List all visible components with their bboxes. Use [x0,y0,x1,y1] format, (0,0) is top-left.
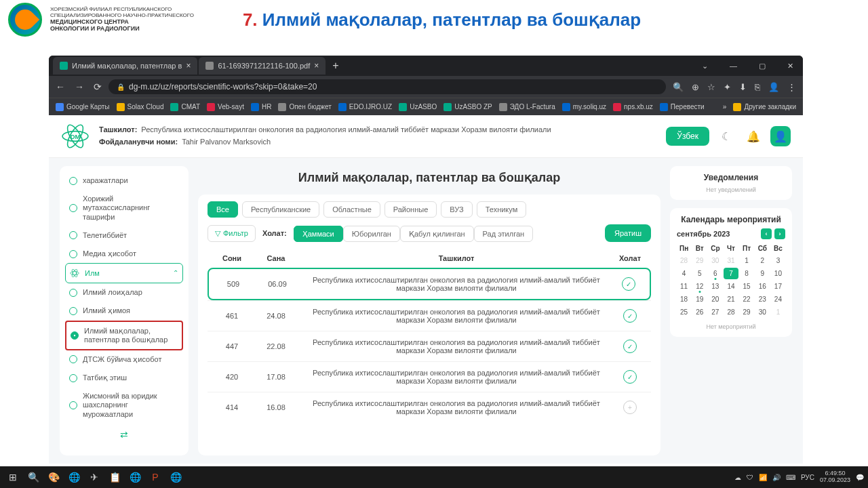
calendar-day[interactable]: 30 [755,306,770,318]
bookmark-item[interactable]: ЭДО L-Factura [499,103,555,111]
calendar-day[interactable]: 22 [740,293,754,305]
copy-icon[interactable]: ⎘ [755,82,760,92]
swap-icon[interactable]: ⇄ [65,429,183,440]
calendar-day[interactable]: 14 [724,281,738,292]
bookmark-item[interactable]: UzASBO [399,103,437,111]
scope-pill[interactable]: Техникум [477,201,527,218]
minimize-icon[interactable]: — [724,60,743,72]
calendar-day[interactable]: 15 [740,281,754,292]
sidebar-item[interactable]: Илмий ҳимоя [65,302,183,320]
star-icon[interactable]: ☆ [707,82,715,92]
bell-icon[interactable]: 🔔 [743,126,764,146]
plus-icon[interactable]: + [623,401,637,414]
prev-month-icon[interactable]: ‹ [761,228,772,239]
back-icon[interactable]: ← [56,81,65,92]
sidebar-item[interactable]: Илмий мақолалар, патентлар ва бошқалар [65,321,183,350]
chrome-icon[interactable]: 🌐 [65,468,83,486]
calendar-day[interactable]: 30 [708,255,722,266]
calendar-day[interactable]: 25 [677,306,691,318]
table-row[interactable]: 50906.09Республика ихтисослаштирилган он… [208,268,651,300]
scope-pill[interactable]: Областные [323,201,380,218]
status-pill[interactable]: Юборилган [343,226,400,242]
status-pill[interactable]: Қабул қилинган [400,226,474,242]
lang-indicator[interactable]: РУС [801,474,814,481]
scope-pill[interactable]: Республиканские [242,201,319,218]
download-icon[interactable]: ⬇ [739,82,747,92]
calendar-day[interactable]: 28 [677,255,691,266]
app-icon[interactable]: 🎨 [45,468,62,486]
sidebar-item[interactable]: Татбиқ этиш [65,369,183,387]
bookmark-item[interactable]: Veb-sayt [207,103,244,111]
calendar-day[interactable]: 8 [740,268,754,279]
calendar-day[interactable]: 28 [724,306,738,318]
tray-icon[interactable]: 🛡 [747,474,753,481]
calendar-day[interactable]: 31 [724,255,738,266]
chrome-icon[interactable]: 🌐 [167,468,184,486]
bookmark-item[interactable]: UzASBO ZP [443,103,492,111]
calendar-day[interactable]: 21 [724,293,738,305]
url-input[interactable]: 🔒 dg-m.uz/uz/reports/scientific-works?sk… [108,79,666,94]
calendar-day[interactable]: 5 [692,268,707,279]
close-icon[interactable]: ✕ [782,60,799,72]
bookmark-other[interactable]: Другие закладки [733,103,796,111]
calendar-day[interactable]: 13 [708,281,722,292]
check-icon[interactable]: ✓ [622,277,635,291]
notification-icon[interactable]: 💬 [856,474,864,481]
calendar-day[interactable]: 24 [771,293,785,305]
sidebar-item[interactable]: Жисмоний ва юридик шахсларнинг мурожаатл… [65,387,183,424]
tray-icon[interactable]: 📶 [759,474,767,481]
sidebar-item[interactable]: Илм⌃ [65,263,183,283]
language-button[interactable]: Ўзбек [666,127,709,146]
calendar-day[interactable]: 1 [771,306,785,318]
table-row[interactable]: 44722.08Республика ихтисослаштирилган он… [208,331,651,361]
calendar-day[interactable]: 19 [692,293,707,305]
sidebar-item[interactable]: харажатлари [65,171,183,190]
table-row[interactable]: 42017.08Республика ихтисослаштирилган он… [208,361,651,392]
calendar-day[interactable]: 17 [771,281,785,292]
calendar-day[interactable]: 2 [755,255,770,266]
powerpoint-icon[interactable]: P [146,468,164,486]
start-icon[interactable]: ⊞ [4,468,22,486]
tray-icon[interactable]: ⌨ [786,474,795,481]
status-pill[interactable]: Рад этилган [474,226,534,242]
scope-pill[interactable]: Все [208,201,238,218]
calendar-day[interactable]: 11 [677,281,691,292]
calendar-day[interactable]: 29 [740,306,754,318]
new-tab-button[interactable]: + [327,60,344,72]
next-month-icon[interactable]: › [774,228,785,239]
forward-icon[interactable]: → [75,81,84,92]
bookmarks-chevron-icon[interactable]: » [723,103,727,110]
calendar-day[interactable]: 3 [771,255,785,266]
bookmark-item[interactable]: my.soliq.uz [562,103,606,111]
search-icon[interactable]: 🔍 [673,82,684,92]
table-row[interactable]: 46124.08Республика ихтисослаштирилган он… [208,300,651,331]
calendar-day[interactable]: 18 [677,293,691,305]
tab-close-icon[interactable]: × [314,61,319,70]
bookmark-item[interactable]: CMAT [170,103,200,111]
bookmark-item[interactable]: Опен бюджет [278,103,331,111]
sidebar-item[interactable]: Телетиббиёт [65,226,183,245]
moon-icon[interactable]: ☾ [716,126,736,146]
chevron-down-icon[interactable]: ⌄ [696,60,713,72]
reload-icon[interactable]: ⟳ [94,81,102,92]
calendar-day[interactable]: 12 [692,281,707,292]
browser-tab[interactable]: Илмий мақолалар, патентлар в × [53,57,197,75]
check-icon[interactable]: ✓ [623,370,637,384]
bookmark-item[interactable]: HR [251,103,271,111]
bookmark-item[interactable]: Google Карты [56,103,110,111]
calendar-day[interactable]: 7 [724,268,738,279]
translate-icon[interactable]: ⊕ [692,82,699,92]
status-pill[interactable]: Ҳаммаси [294,226,343,242]
calendar-day[interactable]: 10 [771,268,785,279]
user-icon[interactable]: 👤 [770,126,791,146]
edge-icon[interactable]: 🌐 [126,468,144,486]
calendar-day[interactable]: 9 [755,268,770,279]
tab-close-icon[interactable]: × [186,61,191,70]
calendar-day[interactable]: 16 [755,281,770,292]
bookmark-item[interactable]: Solax Cloud [117,103,164,111]
avatar-icon[interactable]: 👤 [768,82,779,92]
scope-pill[interactable]: Районные [384,201,437,218]
tray-icon[interactable]: 🔊 [772,474,781,481]
calendar-day[interactable]: 6 [708,268,722,279]
scope-pill[interactable]: ВУЗ [441,201,472,218]
